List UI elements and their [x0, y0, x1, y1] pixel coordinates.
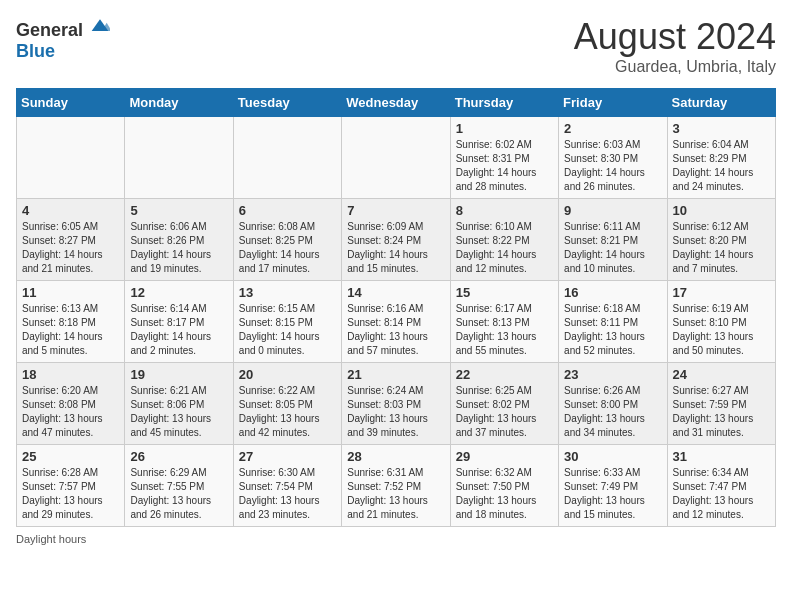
calendar-cell: 29Sunrise: 6:32 AM Sunset: 7:50 PM Dayli… — [450, 445, 558, 527]
calendar-cell: 8Sunrise: 6:10 AM Sunset: 8:22 PM Daylig… — [450, 199, 558, 281]
day-info: Sunrise: 6:32 AM Sunset: 7:50 PM Dayligh… — [456, 466, 553, 522]
day-header-saturday: Saturday — [667, 89, 775, 117]
day-header-wednesday: Wednesday — [342, 89, 450, 117]
calendar-cell: 6Sunrise: 6:08 AM Sunset: 8:25 PM Daylig… — [233, 199, 341, 281]
day-info: Sunrise: 6:21 AM Sunset: 8:06 PM Dayligh… — [130, 384, 227, 440]
day-number: 24 — [673, 367, 770, 382]
calendar-cell: 20Sunrise: 6:22 AM Sunset: 8:05 PM Dayli… — [233, 363, 341, 445]
day-number: 13 — [239, 285, 336, 300]
day-number: 28 — [347, 449, 444, 464]
calendar-table: SundayMondayTuesdayWednesdayThursdayFrid… — [16, 88, 776, 527]
day-number: 22 — [456, 367, 553, 382]
calendar-cell: 23Sunrise: 6:26 AM Sunset: 8:00 PM Dayli… — [559, 363, 667, 445]
day-info: Sunrise: 6:25 AM Sunset: 8:02 PM Dayligh… — [456, 384, 553, 440]
week-row-5: 25Sunrise: 6:28 AM Sunset: 7:57 PM Dayli… — [17, 445, 776, 527]
week-row-1: 1Sunrise: 6:02 AM Sunset: 8:31 PM Daylig… — [17, 117, 776, 199]
week-row-3: 11Sunrise: 6:13 AM Sunset: 8:18 PM Dayli… — [17, 281, 776, 363]
day-header-tuesday: Tuesday — [233, 89, 341, 117]
calendar-cell: 15Sunrise: 6:17 AM Sunset: 8:13 PM Dayli… — [450, 281, 558, 363]
calendar-cell: 27Sunrise: 6:30 AM Sunset: 7:54 PM Dayli… — [233, 445, 341, 527]
day-info: Sunrise: 6:08 AM Sunset: 8:25 PM Dayligh… — [239, 220, 336, 276]
day-header-thursday: Thursday — [450, 89, 558, 117]
calendar-cell: 24Sunrise: 6:27 AM Sunset: 7:59 PM Dayli… — [667, 363, 775, 445]
calendar-cell: 19Sunrise: 6:21 AM Sunset: 8:06 PM Dayli… — [125, 363, 233, 445]
day-number: 30 — [564, 449, 661, 464]
day-info: Sunrise: 6:19 AM Sunset: 8:10 PM Dayligh… — [673, 302, 770, 358]
day-headers-row: SundayMondayTuesdayWednesdayThursdayFrid… — [17, 89, 776, 117]
calendar-cell: 2Sunrise: 6:03 AM Sunset: 8:30 PM Daylig… — [559, 117, 667, 199]
logo-general-text: General — [16, 20, 83, 40]
calendar-cell: 31Sunrise: 6:34 AM Sunset: 7:47 PM Dayli… — [667, 445, 775, 527]
day-number: 1 — [456, 121, 553, 136]
calendar-cell: 10Sunrise: 6:12 AM Sunset: 8:20 PM Dayli… — [667, 199, 775, 281]
footer-note: Daylight hours — [16, 533, 776, 545]
calendar-title: August 2024 — [574, 16, 776, 58]
day-info: Sunrise: 6:29 AM Sunset: 7:55 PM Dayligh… — [130, 466, 227, 522]
calendar-cell: 28Sunrise: 6:31 AM Sunset: 7:52 PM Dayli… — [342, 445, 450, 527]
calendar-cell: 26Sunrise: 6:29 AM Sunset: 7:55 PM Dayli… — [125, 445, 233, 527]
day-header-sunday: Sunday — [17, 89, 125, 117]
calendar-cell: 5Sunrise: 6:06 AM Sunset: 8:26 PM Daylig… — [125, 199, 233, 281]
day-number: 2 — [564, 121, 661, 136]
calendar-cell: 22Sunrise: 6:25 AM Sunset: 8:02 PM Dayli… — [450, 363, 558, 445]
day-info: Sunrise: 6:26 AM Sunset: 8:00 PM Dayligh… — [564, 384, 661, 440]
day-number: 7 — [347, 203, 444, 218]
day-info: Sunrise: 6:10 AM Sunset: 8:22 PM Dayligh… — [456, 220, 553, 276]
week-row-4: 18Sunrise: 6:20 AM Sunset: 8:08 PM Dayli… — [17, 363, 776, 445]
day-number: 12 — [130, 285, 227, 300]
day-number: 26 — [130, 449, 227, 464]
calendar-cell — [17, 117, 125, 199]
calendar-cell: 14Sunrise: 6:16 AM Sunset: 8:14 PM Dayli… — [342, 281, 450, 363]
calendar-subtitle: Guardea, Umbria, Italy — [574, 58, 776, 76]
calendar-cell: 9Sunrise: 6:11 AM Sunset: 8:21 PM Daylig… — [559, 199, 667, 281]
day-info: Sunrise: 6:27 AM Sunset: 7:59 PM Dayligh… — [673, 384, 770, 440]
day-info: Sunrise: 6:13 AM Sunset: 8:18 PM Dayligh… — [22, 302, 119, 358]
day-number: 23 — [564, 367, 661, 382]
calendar-cell: 4Sunrise: 6:05 AM Sunset: 8:27 PM Daylig… — [17, 199, 125, 281]
day-info: Sunrise: 6:22 AM Sunset: 8:05 PM Dayligh… — [239, 384, 336, 440]
title-area: August 2024 Guardea, Umbria, Italy — [574, 16, 776, 76]
day-info: Sunrise: 6:02 AM Sunset: 8:31 PM Dayligh… — [456, 138, 553, 194]
calendar-cell: 21Sunrise: 6:24 AM Sunset: 8:03 PM Dayli… — [342, 363, 450, 445]
calendar-cell — [342, 117, 450, 199]
day-header-monday: Monday — [125, 89, 233, 117]
calendar-cell: 25Sunrise: 6:28 AM Sunset: 7:57 PM Dayli… — [17, 445, 125, 527]
day-info: Sunrise: 6:34 AM Sunset: 7:47 PM Dayligh… — [673, 466, 770, 522]
calendar-cell: 7Sunrise: 6:09 AM Sunset: 8:24 PM Daylig… — [342, 199, 450, 281]
day-info: Sunrise: 6:30 AM Sunset: 7:54 PM Dayligh… — [239, 466, 336, 522]
logo: General Blue — [16, 16, 110, 62]
day-number: 18 — [22, 367, 119, 382]
day-number: 14 — [347, 285, 444, 300]
calendar-cell: 16Sunrise: 6:18 AM Sunset: 8:11 PM Dayli… — [559, 281, 667, 363]
day-number: 10 — [673, 203, 770, 218]
calendar-cell — [233, 117, 341, 199]
day-info: Sunrise: 6:31 AM Sunset: 7:52 PM Dayligh… — [347, 466, 444, 522]
calendar-cell: 13Sunrise: 6:15 AM Sunset: 8:15 PM Dayli… — [233, 281, 341, 363]
day-header-friday: Friday — [559, 89, 667, 117]
day-number: 9 — [564, 203, 661, 218]
week-row-2: 4Sunrise: 6:05 AM Sunset: 8:27 PM Daylig… — [17, 199, 776, 281]
day-number: 6 — [239, 203, 336, 218]
day-info: Sunrise: 6:15 AM Sunset: 8:15 PM Dayligh… — [239, 302, 336, 358]
day-number: 8 — [456, 203, 553, 218]
calendar-cell — [125, 117, 233, 199]
calendar-cell: 12Sunrise: 6:14 AM Sunset: 8:17 PM Dayli… — [125, 281, 233, 363]
day-number: 17 — [673, 285, 770, 300]
calendar-cell: 18Sunrise: 6:20 AM Sunset: 8:08 PM Dayli… — [17, 363, 125, 445]
logo-icon — [90, 16, 110, 36]
day-info: Sunrise: 6:05 AM Sunset: 8:27 PM Dayligh… — [22, 220, 119, 276]
day-info: Sunrise: 6:33 AM Sunset: 7:49 PM Dayligh… — [564, 466, 661, 522]
logo-blue-text: Blue — [16, 41, 55, 61]
day-number: 4 — [22, 203, 119, 218]
day-info: Sunrise: 6:20 AM Sunset: 8:08 PM Dayligh… — [22, 384, 119, 440]
day-number: 29 — [456, 449, 553, 464]
day-number: 31 — [673, 449, 770, 464]
calendar-cell: 11Sunrise: 6:13 AM Sunset: 8:18 PM Dayli… — [17, 281, 125, 363]
day-number: 20 — [239, 367, 336, 382]
day-info: Sunrise: 6:18 AM Sunset: 8:11 PM Dayligh… — [564, 302, 661, 358]
day-number: 27 — [239, 449, 336, 464]
day-info: Sunrise: 6:16 AM Sunset: 8:14 PM Dayligh… — [347, 302, 444, 358]
day-number: 3 — [673, 121, 770, 136]
day-number: 16 — [564, 285, 661, 300]
day-info: Sunrise: 6:03 AM Sunset: 8:30 PM Dayligh… — [564, 138, 661, 194]
